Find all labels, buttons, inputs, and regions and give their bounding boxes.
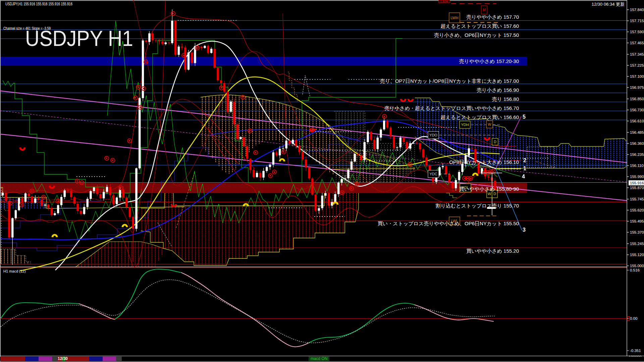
svg-text:155.870: 155.870 <box>630 186 644 190</box>
svg-text:D: D <box>494 140 496 144</box>
svg-text:157.100: 157.100 <box>630 74 644 78</box>
svg-text:3: 3 <box>523 227 526 233</box>
svg-text:157.465: 157.465 <box>630 41 644 45</box>
svg-text:156.610: 156.610 <box>630 119 644 123</box>
svg-text:155.000: 155.000 <box>630 264 644 268</box>
svg-text:YDO: YDO <box>429 133 437 137</box>
svg-text:156.730: 156.730 <box>630 108 644 112</box>
svg-text:W: W <box>488 192 491 196</box>
svg-text:155.370: 155.370 <box>630 230 644 234</box>
svg-text:売り 156.80: 売り 156.80 <box>492 96 519 102</box>
svg-text:LWH: LWH <box>450 16 459 20</box>
svg-text:macd ON: macd ON <box>311 356 328 361</box>
svg-text:買いやや小さめ 155.20: 買いやや小さめ 155.20 <box>466 248 519 254</box>
svg-text:157.225: 157.225 <box>630 63 644 67</box>
svg-text:売り小さめ、OP6日NYカット 157.50: 売り小さめ、OP6日NYカット 157.50 <box>434 32 519 38</box>
svg-text:155.916: 155.916 <box>630 181 644 185</box>
svg-text:157.345: 157.345 <box>630 52 644 56</box>
svg-text:売りやや小さめ 157.70: 売りやや小さめ 157.70 <box>466 14 519 20</box>
svg-text:超えるとストップロス買い 156.60: 超えるとストップロス買い 156.60 <box>440 114 519 120</box>
svg-text:USDJPY,H1 155.916 155.916 155: USDJPY,H1 155.916 155.916 155.916 155.91… <box>5 2 72 6</box>
svg-text:YDH: YDH <box>461 123 469 127</box>
svg-text:4: 4 <box>522 174 525 179</box>
svg-text:-0.351: -0.351 <box>630 349 641 353</box>
svg-text:割り込むとストップロス売り 155.70: 割り込むとストップロス売り 155.70 <box>435 203 519 208</box>
svg-text:156.850: 156.850 <box>630 97 644 101</box>
svg-text:0.00: 0.00 <box>630 316 637 320</box>
svg-text:156.360: 156.360 <box>630 141 644 145</box>
svg-text:1: 1 <box>523 166 526 171</box>
svg-text:YDC: YDC <box>429 172 437 176</box>
svg-text:LMH: LMH <box>440 0 448 3</box>
svg-text:OP8日NYカット大きめ 156.10: OP8日NYカット大きめ 156.10 <box>449 159 519 165</box>
svg-text:12/30: 12/30 <box>58 356 68 361</box>
svg-text:155.245: 155.245 <box>630 242 644 246</box>
svg-text:157.840: 157.840 <box>630 8 644 12</box>
svg-text:155.620: 155.620 <box>630 208 644 212</box>
svg-text:155.120: 155.120 <box>630 253 644 257</box>
svg-text:USDJPY H1: USDJPY H1 <box>25 26 133 51</box>
svg-text:156.975: 156.975 <box>630 85 644 89</box>
svg-text:156.485: 156.485 <box>630 130 644 134</box>
svg-text:W: W <box>488 122 491 126</box>
svg-text:M: M <box>483 8 486 12</box>
svg-text:超えるとストップロス買い 157.60: 超えるとストップロス買い 157.60 <box>440 23 519 29</box>
svg-text:売り小さめ・超えるとストップロス買いやや小さめ 156.70: 売り小さめ・超えるとストップロス買いやや小さめ 156.70 <box>384 105 519 111</box>
svg-text:5: 5 <box>523 114 526 120</box>
svg-text:2: 2 <box>523 158 526 163</box>
svg-text:0.516: 0.516 <box>630 268 640 272</box>
svg-text:D: D <box>493 192 496 196</box>
svg-text:売りやや小さめ 157.20-30: 売りやや小さめ 157.20-30 <box>459 58 519 64</box>
svg-text:売り小さめ 156.90: 売り小さめ 156.90 <box>477 87 519 93</box>
svg-text:買いやや小さめ 155.80-90: 買いやや小さめ 155.80-90 <box>459 186 519 192</box>
svg-text:売り、OP7日NYカット/OP8日NYカット非常に大きめ 1: 売り、OP7日NYカット/OP8日NYカット非常に大きめ 157.00 <box>380 78 519 84</box>
svg-text:買い・ストップロス売りやや小さめ、OP6日NYカット 155: 買い・ストップロス売りやや小さめ、OP6日NYカット 155.50 <box>378 221 519 226</box>
svg-text:156.110: 156.110 <box>630 164 644 168</box>
svg-text:12/30 06:34 更新: 12/30 06:34 更新 <box>592 2 625 7</box>
svg-text:155.745: 155.745 <box>630 197 644 201</box>
svg-text:H1 macd (12): H1 macd (12) <box>3 269 26 273</box>
svg-text:156.235: 156.235 <box>630 153 644 157</box>
svg-text:157.715: 157.715 <box>630 19 644 23</box>
svg-text:157.590: 157.590 <box>630 30 644 34</box>
svg-text:155.990: 155.990 <box>630 175 644 179</box>
svg-text:155.495: 155.495 <box>630 219 644 223</box>
